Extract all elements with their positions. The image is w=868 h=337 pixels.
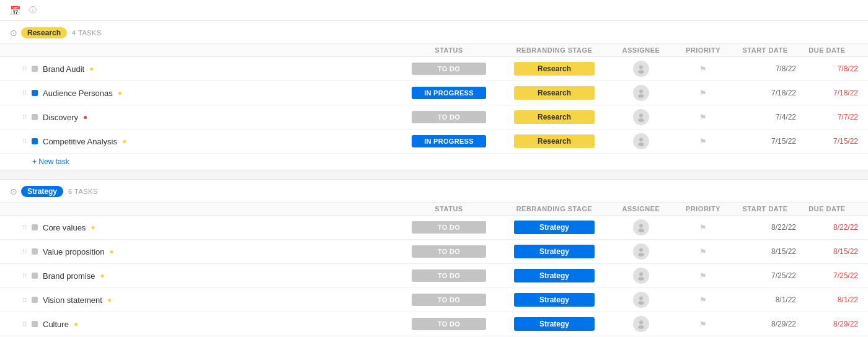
assignee-cell xyxy=(610,219,672,235)
priority-flag[interactable]: ⚑ xyxy=(699,89,707,98)
priority-flag[interactable]: ⚑ xyxy=(699,64,707,74)
status-badge[interactable]: IN PROGRESS xyxy=(412,135,486,147)
start-date-cell: 7/18/22 xyxy=(734,89,796,97)
priority-flag[interactable]: ⚑ xyxy=(699,137,707,146)
stage-badge[interactable]: Strategy xyxy=(514,293,595,307)
task-name[interactable]: Culture xyxy=(43,320,69,329)
task-name[interactable]: Discovery xyxy=(43,113,78,122)
status-indicator: ● xyxy=(122,137,126,146)
task-name[interactable]: Competitive Analysis xyxy=(43,137,117,146)
task-name[interactable]: Vision statement xyxy=(43,295,102,305)
priority-flag[interactable]: ⚑ xyxy=(699,223,707,232)
avatar[interactable] xyxy=(633,316,649,332)
drag-handle[interactable]: ⠿ xyxy=(22,273,27,279)
stage-badge[interactable]: Research xyxy=(514,110,595,124)
stage-badge[interactable]: Strategy xyxy=(514,317,595,331)
priority-flag[interactable]: ⚑ xyxy=(699,247,707,256)
avatar[interactable] xyxy=(633,85,649,101)
drag-handle[interactable]: ⠿ xyxy=(22,321,27,328)
task-name-cell: ⠿ Culture ● xyxy=(22,320,399,329)
stage-badge[interactable]: Strategy xyxy=(514,221,595,234)
task-row: ⠿ Discovery ● TO DO Research xyxy=(0,105,868,129)
section-strategy: ⊙ Strategy 6 TASKS STATUSREBRANDING STAG… xyxy=(0,180,868,337)
start-date-cell: 7/25/22 xyxy=(734,271,796,280)
status-badge[interactable]: TO DO xyxy=(412,318,486,330)
section-research: ⊙ Research 4 TASKS STATUSREBRANDING STAG… xyxy=(0,21,868,170)
svg-point-6 xyxy=(639,138,643,142)
task-row: ⠿ Audience Personas ● IN PROGRESS Resear… xyxy=(0,81,868,105)
task-name[interactable]: Brand Audit xyxy=(43,64,84,74)
avatar[interactable] xyxy=(633,133,649,149)
task-name-cell: ⠿ Brand Audit ● xyxy=(22,64,399,74)
status-cell: IN PROGRESS xyxy=(399,87,498,99)
start-date-cell: 7/8/22 xyxy=(734,64,796,73)
priority-cell: ⚑ xyxy=(672,247,734,256)
status-badge[interactable]: TO DO xyxy=(412,294,486,306)
priority-cell: ⚑ xyxy=(672,320,734,329)
task-color-dot xyxy=(32,297,38,303)
avatar[interactable] xyxy=(633,268,649,284)
svg-point-12 xyxy=(639,273,643,276)
due-date-cell: 7/25/22 xyxy=(796,271,858,280)
stage-badge[interactable]: Research xyxy=(514,62,595,76)
priority-cell: ⚑ xyxy=(672,64,734,74)
info-icon[interactable]: ⓘ xyxy=(29,5,37,15)
chevron-icon[interactable]: ⊙ xyxy=(10,186,17,196)
avatar[interactable] xyxy=(633,243,649,260)
task-name[interactable]: Core values xyxy=(43,223,86,232)
avatar[interactable] xyxy=(633,109,649,125)
priority-flag[interactable]: ⚑ xyxy=(699,295,707,305)
avatar[interactable] xyxy=(633,219,649,235)
task-color-dot xyxy=(32,273,38,279)
priority-flag[interactable]: ⚑ xyxy=(699,271,707,281)
avatar[interactable] xyxy=(633,61,649,77)
status-badge[interactable]: IN PROGRESS xyxy=(412,87,486,99)
task-name-cell: ⠿ Brand promise ● xyxy=(22,271,399,281)
drag-handle[interactable]: ⠿ xyxy=(22,224,27,231)
drag-handle[interactable]: ⠿ xyxy=(22,297,27,304)
task-name[interactable]: Audience Personas xyxy=(43,89,113,98)
svg-point-2 xyxy=(639,90,643,94)
section-header-strategy: ⊙ Strategy 6 TASKS xyxy=(0,180,868,203)
drag-handle[interactable]: ⠿ xyxy=(22,114,27,121)
status-badge[interactable]: TO DO xyxy=(412,111,486,123)
due-date-cell: 7/7/22 xyxy=(796,113,858,121)
stage-badge[interactable]: Research xyxy=(514,86,595,100)
col-start-date: START DATE xyxy=(734,46,796,54)
task-color-dot xyxy=(32,224,38,230)
status-badge[interactable]: TO DO xyxy=(412,269,486,282)
status-badge[interactable]: TO DO xyxy=(412,221,486,234)
status-badge[interactable]: TO DO xyxy=(412,63,486,75)
stage-cell: Strategy xyxy=(498,245,610,258)
col-priority: PRIORITY xyxy=(672,205,734,212)
chevron-icon[interactable]: ⊙ xyxy=(10,28,17,38)
svg-point-10 xyxy=(639,248,643,252)
status-indicator: ● xyxy=(118,89,122,97)
priority-flag[interactable]: ⚑ xyxy=(699,320,707,329)
new-task-row-research[interactable]: + New task xyxy=(0,154,868,170)
svg-point-8 xyxy=(639,224,643,228)
status-badge[interactable]: TO DO xyxy=(412,245,486,258)
task-row: ⠿ Vision statement ● TO DO Strategy xyxy=(0,288,868,312)
start-date-cell: 8/22/22 xyxy=(734,223,796,232)
drag-handle[interactable]: ⠿ xyxy=(22,90,27,97)
task-row: ⠿ Brand Audit ● TO DO Research xyxy=(0,57,868,81)
drag-handle[interactable]: ⠿ xyxy=(22,138,27,145)
stage-badge[interactable]: Research xyxy=(514,134,595,148)
priority-cell: ⚑ xyxy=(672,223,734,232)
col-status: STATUS xyxy=(399,46,498,54)
task-color-dot xyxy=(32,248,38,255)
stage-badge[interactable]: Strategy xyxy=(514,269,595,282)
priority-flag[interactable]: ⚑ xyxy=(699,113,707,122)
task-color-dot xyxy=(32,90,38,96)
task-name[interactable]: Brand promise xyxy=(43,271,95,281)
task-row: ⠿ Brand promise ● TO DO Strategy xyxy=(0,264,868,288)
assignee-cell xyxy=(610,292,672,308)
avatar[interactable] xyxy=(633,292,649,308)
stage-badge[interactable]: Strategy xyxy=(514,245,595,258)
due-date-cell: 7/18/22 xyxy=(796,89,858,97)
drag-handle[interactable]: ⠿ xyxy=(22,248,27,255)
drag-handle[interactable]: ⠿ xyxy=(22,66,27,72)
task-name[interactable]: Value proposition xyxy=(43,247,105,256)
col-assignee: ASSIGNEE xyxy=(610,46,672,54)
